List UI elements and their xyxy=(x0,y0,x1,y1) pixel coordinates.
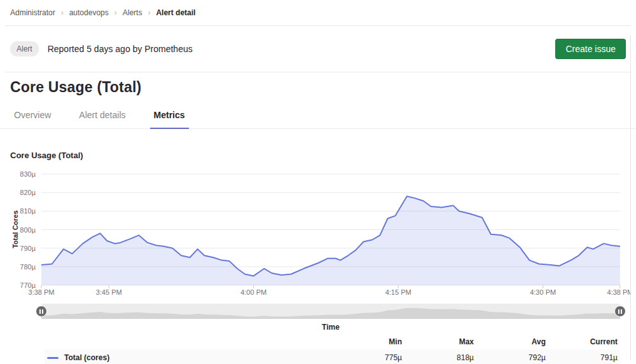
y-axis-tick-label: 790µ xyxy=(0,245,36,252)
legend-row-total-cores[interactable]: Total (cores) 775µ 818µ 792µ 791µ xyxy=(45,349,620,364)
x-axis-tick-label: 4:00 PM xyxy=(235,288,273,296)
legend-header-avg: Avg xyxy=(474,337,546,346)
legend-value-current: 791µ xyxy=(546,353,618,362)
legend-value-min: 775µ xyxy=(330,353,402,362)
legend-header-min: Min xyxy=(330,337,402,346)
scrubber-handle-right[interactable] xyxy=(614,306,626,317)
legend-header-current: Current xyxy=(546,337,618,346)
legend-value-max: 818µ xyxy=(402,353,474,362)
breadcrumb-administrator[interactable]: Administrator xyxy=(10,8,55,17)
alert-header-bar: Alert Reported 5 days ago by Prometheus … xyxy=(0,26,636,72)
x-axis-tick-label: 4:38 PM xyxy=(601,288,631,296)
y-axis-tick-label: 810µ xyxy=(0,207,36,215)
breadcrumb: Administrator › autodevops › Alerts › Al… xyxy=(0,0,636,25)
scrubber-handle-left[interactable] xyxy=(36,306,47,317)
x-axis-tick-label: 4:30 PM xyxy=(524,288,562,296)
tab-overview[interactable]: Overview xyxy=(10,104,55,128)
chart-zoom-scrubber[interactable] xyxy=(41,304,620,319)
breadcrumb-separator-icon: › xyxy=(61,8,64,17)
x-axis-tick-label: 3:45 PM xyxy=(90,288,128,296)
tab-metrics[interactable]: Metrics xyxy=(150,104,189,129)
create-issue-button[interactable]: Create issue xyxy=(555,39,626,59)
breadcrumb-alert-detail: Alert detail xyxy=(156,8,195,17)
page-title: Core Usage (Total) xyxy=(10,79,626,96)
legend-series-name: Total (cores) xyxy=(47,353,330,362)
chart-title: Core Usage (Total) xyxy=(10,151,626,160)
alert-bar-divider xyxy=(5,72,631,72)
legend-header-max: Max xyxy=(402,337,474,346)
breadcrumb-separator-icon: › xyxy=(148,8,150,17)
series-color-line-icon xyxy=(47,357,59,359)
breadcrumb-alerts[interactable]: Alerts xyxy=(123,8,142,17)
breadcrumb-autodevops[interactable]: autodevops xyxy=(69,8,109,17)
y-axis-tick-label: 780µ xyxy=(0,263,36,271)
series-label: Total (cores) xyxy=(64,353,109,362)
x-axis-tick-label: 4:15 PM xyxy=(379,288,417,296)
x-axis-tick-label: 3:38 PM xyxy=(22,288,60,296)
legend-header-row: Min Max Avg Current xyxy=(45,335,620,349)
y-axis-tick-label: 800µ xyxy=(0,226,36,234)
alert-reported-text: Reported 5 days ago by Prometheus xyxy=(48,44,193,54)
y-axis-tick-label: 830µ xyxy=(0,170,36,178)
content-right-border xyxy=(630,35,631,360)
metrics-legend-table: Min Max Avg Current Total (cores) 775µ 8… xyxy=(45,335,620,364)
alert-detail-tabs: Overview Alert details Metrics xyxy=(0,104,636,129)
alert-status-badge: Alert xyxy=(10,41,39,57)
breadcrumb-separator-icon: › xyxy=(114,8,117,17)
x-axis-title: Time xyxy=(41,323,620,332)
scrubber-minichart xyxy=(41,304,620,321)
y-axis-tick-label: 820µ xyxy=(0,189,36,196)
chart-plot-area[interactable] xyxy=(0,166,631,300)
metrics-chart[interactable]: Total Cores 830µ820µ810µ800µ790µ780µ770µ… xyxy=(0,166,631,300)
legend-value-avg: 792µ xyxy=(474,353,546,362)
tab-alert-details[interactable]: Alert details xyxy=(75,104,129,128)
